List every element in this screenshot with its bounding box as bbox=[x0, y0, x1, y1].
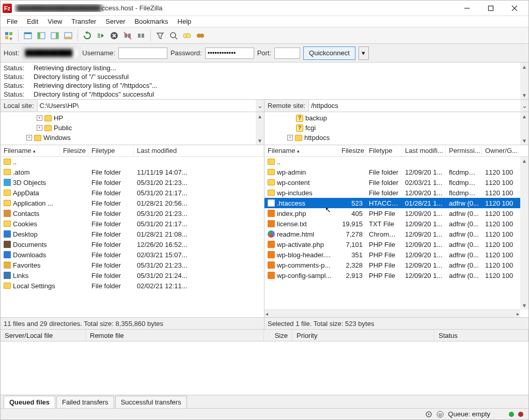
menu-help[interactable]: Help bbox=[174, 17, 196, 26]
menu-transfer[interactable]: Transfer bbox=[67, 17, 100, 26]
col-priority[interactable]: Priority bbox=[292, 330, 434, 341]
col-modified[interactable]: Last modified bbox=[134, 145, 264, 156]
list-item[interactable]: 3D ObjectsFile folder05/31/20 21:23... bbox=[1, 177, 264, 188]
search-icon[interactable] bbox=[167, 29, 180, 42]
reconnect-icon[interactable] bbox=[135, 29, 147, 42]
menu-file[interactable]: File bbox=[3, 17, 22, 26]
tree-item[interactable]: ?fcgi bbox=[268, 123, 525, 133]
local-site-bar: Local site: C:\Users\HP\ ⌄ bbox=[1, 100, 264, 112]
toggle-log-icon[interactable] bbox=[22, 29, 34, 42]
menu-view[interactable]: View bbox=[43, 17, 66, 26]
list-item[interactable]: wp-contentFile folder02/03/21 1...flcdmp… bbox=[264, 177, 528, 188]
menu-edit[interactable]: Edit bbox=[23, 17, 42, 26]
list-item[interactable]: .htaccess523HTACCE...01/28/21 1...adfrw … bbox=[264, 198, 528, 208]
local-tree[interactable]: +HP+Public+Windows ▲▼ bbox=[1, 112, 264, 145]
scrollbar[interactable]: ▲▼ bbox=[520, 157, 528, 309]
list-item[interactable]: wp-adminFile folder12/09/20 1...flcdmpe … bbox=[264, 167, 528, 177]
toggle-local-tree-icon[interactable] bbox=[35, 29, 48, 42]
list-item[interactable]: LinksFile folder05/31/20 21:24... bbox=[1, 270, 264, 281]
list-item[interactable]: readme.html7,278Chrome ...12/09/20 1...a… bbox=[264, 229, 528, 239]
tree-item[interactable]: +Public bbox=[4, 123, 261, 133]
tree-item[interactable]: +httpdocs bbox=[268, 133, 525, 143]
list-item[interactable]: ContactsFile folder05/31/20 21:23... bbox=[1, 208, 264, 219]
remote-site-input[interactable]: /httpdocs bbox=[309, 100, 520, 112]
list-item[interactable]: wp-activate.php7,101PHP File12/09/20 1..… bbox=[264, 239, 528, 250]
list-item[interactable]: CookiesFile folder05/31/20 21:17... bbox=[1, 219, 264, 229]
scrollbar[interactable]: ▲▼ bbox=[520, 63, 528, 99]
toggle-queue-icon[interactable] bbox=[62, 29, 74, 42]
list-item[interactable]: license.txt19,915TXT File12/09/20 1...ad… bbox=[264, 219, 528, 229]
sync-browse-icon[interactable] bbox=[194, 29, 207, 42]
settings-icon[interactable] bbox=[425, 411, 432, 418]
list-item[interactable]: DownloadsFile folder02/03/21 15:07... bbox=[1, 250, 264, 260]
col-filename[interactable]: Filename▴ bbox=[1, 145, 60, 156]
compare-icon[interactable] bbox=[181, 29, 193, 42]
hscrollbar[interactable]: ◂▸ bbox=[264, 309, 520, 317]
list-item[interactable]: DocumentsFile folder12/26/20 16:52... bbox=[1, 239, 264, 250]
site-manager-icon[interactable] bbox=[3, 29, 15, 42]
col-permissions[interactable]: Permissi... bbox=[446, 145, 482, 156]
col-server-local[interactable]: Server/Local file bbox=[1, 330, 86, 341]
list-item[interactable]: wp-blog-header....351PHP File12/09/20 1.… bbox=[264, 250, 528, 260]
list-item[interactable]: wp-config-sampl...2,913PHP File12/09/20 … bbox=[264, 270, 528, 281]
svg-rect-1 bbox=[489, 6, 493, 10]
list-item[interactable]: FavoritesFile folder05/31/20 21:23... bbox=[1, 260, 264, 270]
col-size[interactable]: Size bbox=[264, 330, 292, 341]
local-site-input[interactable]: C:\Users\HP\ bbox=[38, 100, 256, 112]
cancel-icon[interactable] bbox=[108, 29, 120, 42]
host-input[interactable] bbox=[22, 48, 79, 59]
list-item[interactable]: wp-includesFile folder12/09/20 1...flcdm… bbox=[264, 188, 528, 198]
tree-item[interactable]: +Windows bbox=[4, 133, 261, 143]
chevron-down-icon[interactable]: ⌄ bbox=[520, 102, 528, 110]
lock-icon[interactable] bbox=[437, 411, 444, 418]
col-filesize[interactable]: Filesize bbox=[338, 145, 366, 156]
col-status[interactable]: Status bbox=[434, 330, 528, 341]
tab-queued-files[interactable]: Queued files bbox=[4, 396, 55, 408]
col-remote-file[interactable]: Remote file bbox=[86, 330, 264, 341]
menu-server[interactable]: Server bbox=[101, 17, 129, 26]
quickconnect-dropdown[interactable]: ▾ bbox=[359, 46, 369, 60]
tab-successful-transfers[interactable]: Successful transfers bbox=[115, 396, 187, 408]
minimize-button[interactable] bbox=[455, 1, 479, 16]
filter-icon[interactable] bbox=[154, 29, 166, 42]
tree-item[interactable]: ?backup bbox=[268, 113, 525, 123]
list-item[interactable]: wp-comments-p...2,328PHP File12/09/20 1.… bbox=[264, 260, 528, 270]
col-filetype[interactable]: Filetype bbox=[88, 145, 134, 156]
toggle-remote-tree-icon[interactable] bbox=[49, 29, 61, 42]
list-item[interactable]: index.php405PHP File12/09/20 1...adfrw (… bbox=[264, 208, 528, 219]
username-input[interactable] bbox=[118, 48, 167, 59]
list-item[interactable]: .atomFile folder11/11/19 14:07... bbox=[1, 167, 264, 177]
col-filesize[interactable]: Filesize bbox=[60, 145, 88, 156]
list-item[interactable]: .. bbox=[264, 157, 528, 167]
close-button[interactable] bbox=[503, 1, 526, 16]
col-modified[interactable]: Last modifi... bbox=[402, 145, 446, 156]
disconnect-icon[interactable] bbox=[121, 29, 134, 42]
message-log[interactable]: Status:Retrieving directory listing...St… bbox=[1, 63, 528, 100]
scrollbar[interactable]: ▲▼ bbox=[256, 112, 264, 145]
col-owner[interactable]: Owner/G... bbox=[482, 145, 528, 156]
tree-item[interactable]: +HP bbox=[4, 113, 261, 123]
process-queue-icon[interactable] bbox=[95, 29, 107, 42]
remote-tree[interactable]: ?backup?fcgi+httpdocs ▲▼ bbox=[264, 112, 528, 145]
list-item[interactable]: Application ...File folder01/28/21 20:56… bbox=[1, 198, 264, 208]
port-input[interactable] bbox=[274, 48, 300, 59]
menu-bookmarks[interactable]: Bookmarks bbox=[131, 17, 173, 26]
maximize-button[interactable] bbox=[479, 1, 503, 16]
col-filetype[interactable]: Filetype bbox=[366, 145, 402, 156]
password-input[interactable] bbox=[205, 48, 254, 59]
tab-failed-transfers[interactable]: Failed transfers bbox=[56, 396, 114, 408]
scrollbar[interactable]: ▲▼ bbox=[520, 112, 528, 145]
col-filename[interactable]: Filename▴ bbox=[264, 145, 338, 156]
queue-headers: Server/Local file Remote file Size Prior… bbox=[1, 329, 528, 341]
quickconnect-button[interactable]: Quickconnect bbox=[303, 46, 355, 60]
list-item[interactable]: Local SettingsFile folder02/02/21 12:11.… bbox=[1, 281, 264, 291]
svg-rect-5 bbox=[9, 32, 12, 35]
queue-body[interactable] bbox=[1, 341, 528, 395]
local-filelist[interactable]: Filename▴ Filesize Filetype Last modifie… bbox=[1, 145, 264, 318]
list-item[interactable]: DesktopFile folder01/28/21 21:08... bbox=[1, 229, 264, 239]
list-item[interactable]: .. bbox=[1, 157, 264, 167]
chevron-down-icon[interactable]: ⌄ bbox=[256, 102, 264, 110]
refresh-icon[interactable] bbox=[81, 29, 94, 42]
remote-filelist[interactable]: Filename▴ Filesize Filetype Last modifi.… bbox=[264, 145, 528, 318]
list-item[interactable]: AppDataFile folder05/31/20 21:17... bbox=[1, 188, 264, 198]
